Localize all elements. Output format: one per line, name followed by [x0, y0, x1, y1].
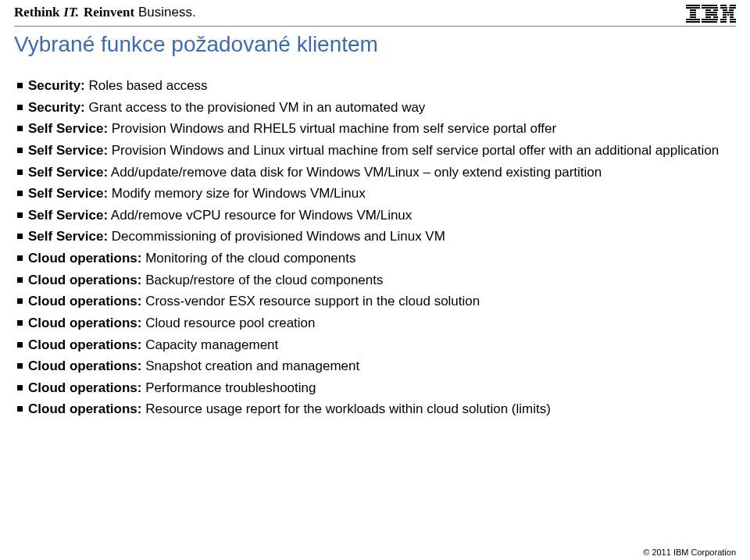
list-item-lead: Self Service: [28, 186, 108, 201]
list-item: Self Service: Modify memory size for Win… [17, 184, 728, 203]
svg-rect-30 [720, 19, 727, 20]
bullet-list: Security: Roles based accessSecurity: Gr… [17, 77, 728, 422]
bullet-square-icon [17, 255, 23, 261]
list-item-text: Security: Roles based access [28, 77, 728, 95]
list-item-rest: Grant access to the provisioned VM in an… [85, 100, 426, 115]
svg-rect-31 [730, 19, 736, 20]
page-title: Vybrané funkce požadované klientem [14, 33, 719, 57]
list-item-text: Self Service: Provision Windows and Linu… [28, 141, 728, 160]
list-item: Self Service: Decommissioning of provisi… [17, 227, 728, 246]
list-item-text: Cloud operations: Snapshot creation and … [28, 357, 728, 376]
bullet-square-icon [17, 277, 23, 283]
list-item-rest: Provision Windows and RHEL5 virtual mach… [108, 121, 556, 136]
list-item-rest: Capacity management [141, 337, 278, 352]
svg-rect-32 [720, 21, 727, 23]
svg-rect-2 [690, 9, 696, 11]
bullet-square-icon [17, 363, 23, 369]
list-item: Self Service: Add/remove vCPU resource f… [17, 206, 728, 225]
list-item-rest: Cross-vendor ESX resource support in the… [141, 294, 480, 309]
list-item: Cloud operations: Backup/restore of the … [17, 271, 728, 290]
tagline-part1: Rethink IT. [14, 5, 79, 20]
bullet-square-icon [17, 234, 23, 239]
list-item-rest: Add/update/remove data disk for Windows … [108, 165, 602, 180]
bullet-square-icon [17, 320, 23, 326]
list-item: Security: Grant access to the provisione… [17, 98, 728, 117]
svg-rect-7 [686, 21, 700, 23]
list-item: Cloud operations: Performance troublesho… [17, 379, 728, 398]
list-item-text: Cloud operations: Monitoring of the clou… [28, 249, 728, 268]
svg-rect-18 [720, 5, 727, 6]
svg-rect-0 [686, 5, 700, 6]
svg-rect-21 [729, 7, 736, 9]
list-item-lead: Cloud operations: [28, 337, 141, 352]
list-item-lead: Cloud operations: [28, 380, 141, 395]
list-item: Cloud operations: Cross-vendor ESX resou… [17, 292, 728, 311]
list-item: Cloud operations: Capacity management [17, 336, 728, 355]
list-item-text: Self Service: Add/remove vCPU resource f… [28, 206, 728, 225]
list-item-rest: Provision Windows and Linux virtual mach… [108, 143, 719, 158]
svg-rect-3 [690, 12, 696, 13]
list-item-text: Self Service: Add/update/remove data dis… [28, 163, 728, 182]
svg-rect-26 [727, 14, 729, 16]
list-item-lead: Cloud operations: [28, 251, 141, 266]
svg-rect-25 [723, 14, 727, 16]
svg-rect-10 [705, 9, 711, 11]
svg-rect-22 [723, 9, 727, 11]
list-item: Cloud operations: Cloud resource pool cr… [17, 314, 728, 333]
footer-copyright: © 2011 IBM Corporation [643, 548, 736, 557]
list-item-lead: Cloud operations: [28, 273, 141, 287]
list-item-rest: Monitoring of the cloud components [141, 251, 355, 266]
list-item-lead: Self Service: [28, 143, 108, 158]
list-item-lead: Self Service: [28, 208, 108, 223]
list-item-text: Security: Grant access to the provisione… [28, 98, 728, 117]
list-item-text: Self Service: Modify memory size for Win… [28, 184, 728, 203]
svg-rect-4 [690, 14, 696, 16]
bullet-square-icon [17, 169, 23, 175]
svg-rect-14 [705, 16, 711, 18]
list-item-lead: Self Service: [28, 229, 108, 244]
svg-rect-9 [702, 7, 718, 9]
list-item: Cloud operations: Resource usage report … [17, 400, 728, 419]
bullet-square-icon [17, 342, 23, 348]
svg-rect-5 [690, 16, 696, 18]
header-divider [14, 26, 736, 27]
list-item-lead: Security: [28, 78, 85, 93]
svg-rect-20 [720, 7, 727, 9]
list-item-text: Cloud operations: Cross-vendor ESX resou… [28, 292, 728, 311]
svg-rect-8 [702, 5, 717, 6]
list-item-rest: Performance troubleshooting [141, 380, 316, 395]
bullet-square-icon [17, 126, 23, 131]
list-item-rest: Backup/restore of the cloud components [141, 273, 383, 287]
list-item-lead: Cloud operations: [28, 358, 141, 373]
bullet-square-icon [17, 83, 23, 88]
bullet-square-icon [17, 212, 23, 218]
list-item: Self Service: Provision Windows and Linu… [17, 141, 728, 160]
list-item-rest: Add/remove vCPU resource for Windows VM/… [108, 208, 412, 223]
list-item-lead: Cloud operations: [28, 401, 141, 416]
list-item-lead: Cloud operations: [28, 316, 141, 330]
list-item-text: Cloud operations: Capacity management [28, 336, 728, 355]
svg-rect-13 [705, 14, 717, 16]
list-item-rest: Roles based access [85, 78, 208, 93]
list-item-text: Cloud operations: Backup/restore of the … [28, 271, 728, 290]
bullet-square-icon [17, 105, 23, 110]
bullet-square-icon [17, 385, 23, 391]
svg-rect-15 [713, 16, 718, 18]
list-item: Cloud operations: Snapshot creation and … [17, 357, 728, 376]
list-item-rest: Resource usage report for the workloads … [141, 401, 550, 416]
svg-rect-1 [686, 7, 700, 9]
svg-rect-33 [730, 21, 736, 23]
svg-rect-16 [702, 19, 718, 20]
list-item: Security: Roles based access [17, 77, 728, 95]
list-item: Self Service: Provision Windows and RHEL… [17, 119, 728, 138]
list-item-text: Cloud operations: Resource usage report … [28, 400, 728, 419]
svg-rect-19 [730, 5, 736, 6]
list-item-lead: Cloud operations: [28, 294, 141, 309]
list-item-text: Self Service: Decommissioning of provisi… [28, 227, 728, 246]
list-item-rest: Decommissioning of provisioned Windows a… [108, 229, 445, 244]
svg-rect-29 [730, 16, 734, 18]
list-item-rest: Modify memory size for Windows VM/Linux [108, 186, 366, 201]
svg-rect-23 [729, 9, 734, 11]
ibm-logo-icon [686, 5, 736, 23]
list-item-lead: Self Service: [28, 121, 108, 136]
